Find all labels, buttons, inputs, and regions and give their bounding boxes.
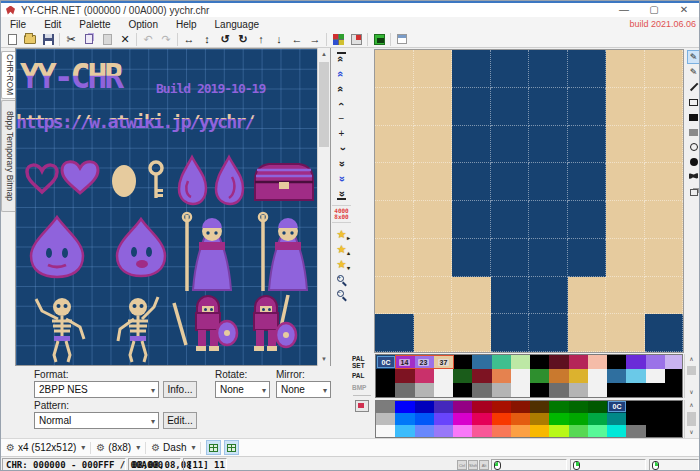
editor-pixel[interactable] xyxy=(645,50,684,88)
editor-pixel[interactable] xyxy=(606,126,645,164)
palette-cell[interactable] xyxy=(472,369,491,383)
mini-scroll-down-icon[interactable]: ∨ xyxy=(685,387,698,398)
pen-tool-button[interactable]: ✎ xyxy=(687,65,700,79)
palette-cell[interactable] xyxy=(626,401,645,413)
editor-pixel[interactable] xyxy=(568,88,607,126)
palette-cell[interactable] xyxy=(549,383,568,397)
step-back-button[interactable]: − xyxy=(333,111,350,126)
palette-cell[interactable] xyxy=(376,383,395,397)
palette-cell[interactable] xyxy=(569,425,588,437)
alt-key-button[interactable]: Alt xyxy=(479,460,489,470)
tile-size-select[interactable]: ⚙ (8x8) ▾ xyxy=(93,440,143,456)
palette-cell[interactable] xyxy=(472,425,491,437)
palette-cell[interactable] xyxy=(395,369,414,383)
menu-file[interactable]: File xyxy=(1,19,35,30)
page-down-fast-button[interactable]: « xyxy=(333,171,350,186)
palette-cell[interactable] xyxy=(549,355,568,369)
shift-left-button[interactable]: ← xyxy=(288,32,306,47)
line-tool-button[interactable] xyxy=(687,80,700,94)
palette-cell[interactable] xyxy=(395,425,414,437)
editor-pixel[interactable] xyxy=(375,314,414,352)
editor-pixel[interactable] xyxy=(414,163,453,201)
flip-vertical-button[interactable]: ↕ xyxy=(198,32,216,47)
palette-cell[interactable] xyxy=(530,425,549,437)
palette-cell[interactable] xyxy=(665,383,683,397)
pencil-tool-button[interactable]: ✎ xyxy=(687,50,700,64)
editor-pixel[interactable] xyxy=(529,314,568,352)
paste-button[interactable] xyxy=(98,32,116,47)
rotate-left-button[interactable]: ↺ xyxy=(216,32,234,47)
palette-cell[interactable] xyxy=(376,369,395,383)
palette-cell[interactable] xyxy=(492,413,511,425)
editor-pixel[interactable] xyxy=(452,126,491,164)
editor-pixel[interactable] xyxy=(452,88,491,126)
editor-pixel[interactable] xyxy=(414,239,453,277)
editor-pixel[interactable] xyxy=(491,239,530,277)
palette-cell[interactable] xyxy=(415,355,434,369)
editor-pixel[interactable] xyxy=(414,314,453,352)
editor-pixel[interactable] xyxy=(568,314,607,352)
palette-cell[interactable] xyxy=(626,425,645,437)
palette-cell[interactable] xyxy=(626,413,645,425)
palette-cell[interactable] xyxy=(588,413,607,425)
shift-down-button[interactable]: ↓ xyxy=(270,32,288,47)
bookmark-next-button[interactable]: ★▸ xyxy=(333,227,350,242)
editor-pixel[interactable] xyxy=(568,201,607,239)
row-down-button[interactable]: ‹ xyxy=(333,141,350,156)
editor-pixel[interactable] xyxy=(375,277,414,315)
palette-cell[interactable] xyxy=(472,413,491,425)
editor-pixel[interactable] xyxy=(452,277,491,315)
palette-cell[interactable] xyxy=(492,383,511,397)
palette-cell[interactable] xyxy=(376,355,395,369)
delete-button[interactable]: ✕ xyxy=(116,32,134,47)
palette-cell[interactable] xyxy=(434,413,453,425)
menu-edit[interactable]: Edit xyxy=(35,19,70,30)
canvas-scrollbar-thumb[interactable] xyxy=(319,62,329,147)
palette-cell[interactable] xyxy=(549,413,568,425)
editor-pixel[interactable] xyxy=(491,50,530,88)
palette-cell[interactable] xyxy=(511,425,530,437)
palette-edit-icon[interactable] xyxy=(355,400,369,412)
palette-cell[interactable] xyxy=(569,355,588,369)
filled-ellipse-tool-button[interactable] xyxy=(687,155,700,169)
palette-cell[interactable] xyxy=(453,401,472,413)
editor-pixel[interactable] xyxy=(491,126,530,164)
editor-pixel[interactable] xyxy=(645,277,684,315)
grid-toggle-button-2[interactable] xyxy=(224,440,239,455)
palette-cell[interactable] xyxy=(492,355,511,369)
step-forward-button[interactable]: + xyxy=(333,126,350,141)
editor-pixel[interactable] xyxy=(529,126,568,164)
palette-cell[interactable] xyxy=(665,425,683,437)
mirror-select[interactable]: None▾ xyxy=(276,381,331,398)
palette-cell[interactable] xyxy=(588,355,607,369)
grid-toggle-button-1[interactable] xyxy=(206,440,221,455)
shift-up-button[interactable]: ↑ xyxy=(252,32,270,47)
close-button[interactable]: ✕ xyxy=(669,3,699,17)
editor-pixel[interactable] xyxy=(375,126,414,164)
palette-cell[interactable] xyxy=(395,401,414,413)
minimize-button[interactable]: — xyxy=(609,3,639,17)
palette-cell[interactable] xyxy=(569,383,588,397)
editor-pixel[interactable] xyxy=(491,201,530,239)
editor-pixel[interactable] xyxy=(375,239,414,277)
bookmark-up-button[interactable]: ★▴ xyxy=(333,242,350,257)
palette-cell[interactable] xyxy=(607,355,626,369)
bookmark-down-button[interactable]: ★▾ xyxy=(333,257,350,272)
editor-pixel[interactable] xyxy=(645,88,684,126)
palette-cell[interactable] xyxy=(511,355,530,369)
zoom-level-select[interactable]: ⚙ x4 (512x512) ▾ xyxy=(3,440,88,456)
open-file-button[interactable] xyxy=(21,32,39,47)
mini-scroll-down-icon[interactable]: ∨ xyxy=(685,427,698,438)
canvas-scrollbar[interactable]: ▲ ▼ xyxy=(317,48,330,366)
palette-cell[interactable] xyxy=(511,413,530,425)
zoom-out-button[interactable]: − xyxy=(333,287,350,302)
editor-pixel[interactable] xyxy=(568,163,607,201)
palette-cell[interactable] xyxy=(434,401,453,413)
page-down-button[interactable]: « xyxy=(333,156,350,171)
palette-cell[interactable] xyxy=(453,413,472,425)
sub-window-button[interactable] xyxy=(393,32,411,47)
palette-cell[interactable] xyxy=(415,425,434,437)
format-select[interactable]: 2BPP NES▾ xyxy=(34,381,159,398)
zoom-in-button[interactable]: + xyxy=(333,272,350,287)
editor-pixel[interactable] xyxy=(452,201,491,239)
